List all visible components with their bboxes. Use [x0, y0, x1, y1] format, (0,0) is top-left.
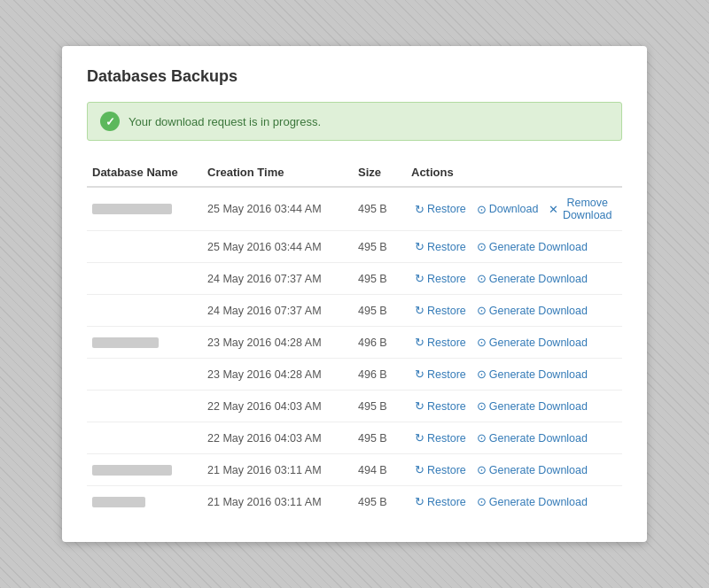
alert-banner: Your download request is in progress.: [87, 102, 622, 141]
page-title: Databases Backups: [87, 67, 622, 86]
size-cell: 495 B: [353, 263, 406, 295]
remove-icon: ✕: [549, 203, 558, 216]
creation-time-cell: 24 May 2016 07:37 AM: [202, 295, 353, 327]
download-icon: ⊙: [477, 203, 487, 216]
table-row: 24 May 2016 07:37 AM495 B↻ Restore⊙ Gene…: [87, 263, 622, 295]
col-header-creation-time: Creation Time: [202, 159, 353, 187]
restore-button[interactable]: ↻ Restore: [411, 238, 470, 255]
table-row: 22 May 2016 04:03 AM495 B↻ Restore⊙ Gene…: [87, 391, 622, 422]
size-cell: 495 B: [353, 391, 406, 422]
creation-time-cell: 24 May 2016 07:37 AM: [202, 263, 353, 295]
generate-icon: ⊙: [477, 431, 487, 445]
restore-icon: ↻: [415, 240, 425, 253]
db-name-redacted: [92, 337, 159, 348]
col-header-size: Size: [353, 159, 406, 187]
generate-download-button[interactable]: ⊙ Generate Download: [473, 334, 591, 351]
size-cell: 495 B: [353, 486, 406, 518]
creation-time-cell: 21 May 2016 03:11 AM: [202, 486, 353, 518]
generate-icon: ⊙: [477, 463, 487, 476]
generate-icon: ⊙: [477, 368, 487, 381]
db-name-cell: [87, 486, 202, 518]
generate-icon: ⊙: [477, 495, 487, 508]
backups-table: Database Name Creation Time Size Actions…: [87, 159, 622, 517]
db-name-cell: [87, 454, 202, 486]
generate-download-button[interactable]: ⊙ Generate Download: [473, 238, 591, 255]
size-cell: 496 B: [353, 327, 406, 359]
generate-download-button[interactable]: ⊙ Generate Download: [473, 398, 591, 414]
table-row: 21 May 2016 03:11 AM494 B↻ Restore⊙ Gene…: [87, 454, 622, 486]
download-button[interactable]: ⊙ Download: [473, 201, 542, 218]
alert-success-icon: [100, 112, 120, 131]
db-name-cell: [87, 391, 202, 422]
db-name-redacted: [92, 465, 172, 476]
actions-cell: ↻ Restore⊙ Generate Download: [406, 454, 622, 486]
alert-message: Your download request is in progress.: [129, 115, 321, 128]
generate-download-button[interactable]: ⊙ Generate Download: [473, 461, 591, 478]
generate-download-button[interactable]: ⊙ Generate Download: [473, 493, 591, 510]
table-row: 25 May 2016 03:44 AM495 B↻ Restore⊙ Gene…: [87, 231, 622, 263]
restore-button[interactable]: ↻ Restore: [411, 398, 470, 414]
restore-icon: ↻: [415, 463, 425, 476]
table-row: 22 May 2016 04:03 AM495 B↻ Restore⊙ Gene…: [87, 422, 622, 454]
actions-cell: ↻ Restore⊙ Generate Download: [406, 263, 622, 295]
db-name-redacted: [92, 204, 172, 214]
restore-icon: ↻: [415, 203, 425, 216]
size-cell: 495 B: [353, 187, 406, 231]
restore-button[interactable]: ↻ Restore: [411, 493, 470, 510]
creation-time-cell: 25 May 2016 03:44 AM: [202, 231, 353, 263]
col-header-actions: Actions: [406, 159, 622, 187]
actions-cell: ↻ Restore⊙ Generate Download: [406, 422, 622, 454]
restore-button[interactable]: ↻ Restore: [411, 201, 470, 218]
db-name-cell: [87, 231, 202, 263]
restore-button[interactable]: ↻ Restore: [411, 366, 470, 383]
restore-icon: ↻: [415, 336, 425, 349]
restore-icon: ↻: [415, 399, 425, 413]
table-row: 25 May 2016 03:44 AM495 B↻ Restore⊙ Down…: [87, 187, 622, 231]
db-name-redacted: [92, 497, 145, 507]
db-name-cell: [87, 263, 202, 295]
generate-download-button[interactable]: ⊙ Generate Download: [473, 429, 591, 446]
table-row: 23 May 2016 04:28 AM496 B↻ Restore⊙ Gene…: [87, 359, 622, 391]
creation-time-cell: 21 May 2016 03:11 AM: [202, 454, 353, 486]
creation-time-cell: 22 May 2016 04:03 AM: [202, 391, 353, 422]
actions-cell: ↻ Restore⊙ Generate Download: [406, 295, 622, 327]
generate-icon: ⊙: [477, 240, 487, 253]
db-name-cell: [87, 422, 202, 454]
restore-icon: ↻: [415, 272, 425, 285]
restore-icon: ↻: [415, 368, 425, 381]
creation-time-cell: 23 May 2016 04:28 AM: [202, 359, 353, 391]
restore-icon: ↻: [415, 431, 425, 445]
restore-button[interactable]: ↻ Restore: [411, 461, 470, 478]
actions-cell: ↻ Restore⊙ Download✕ Remove Download: [406, 187, 622, 231]
generate-download-button[interactable]: ⊙ Generate Download: [473, 302, 591, 319]
restore-button[interactable]: ↻ Restore: [411, 429, 470, 446]
creation-time-cell: 22 May 2016 04:03 AM: [202, 422, 353, 454]
db-name-cell: [87, 359, 202, 391]
restore-icon: ↻: [415, 495, 425, 508]
generate-icon: ⊙: [477, 304, 487, 317]
restore-button[interactable]: ↻ Restore: [411, 334, 470, 351]
size-cell: 495 B: [353, 295, 406, 327]
actions-cell: ↻ Restore⊙ Generate Download: [406, 359, 622, 391]
restore-button[interactable]: ↻ Restore: [411, 270, 470, 287]
databases-backups-card: Databases Backups Your download request …: [62, 46, 647, 542]
creation-time-cell: 25 May 2016 03:44 AM: [202, 187, 353, 231]
size-cell: 495 B: [353, 231, 406, 263]
db-name-cell: [87, 327, 202, 359]
db-name-cell: [87, 295, 202, 327]
col-header-db-name: Database Name: [87, 159, 202, 187]
restore-icon: ↻: [415, 304, 425, 317]
actions-cell: ↻ Restore⊙ Generate Download: [406, 327, 622, 359]
actions-cell: ↻ Restore⊙ Generate Download: [406, 391, 622, 422]
generate-download-button[interactable]: ⊙ Generate Download: [473, 366, 591, 383]
size-cell: 494 B: [353, 454, 406, 486]
size-cell: 496 B: [353, 359, 406, 391]
table-row: 21 May 2016 03:11 AM495 B↻ Restore⊙ Gene…: [87, 486, 622, 518]
table-row: 23 May 2016 04:28 AM496 B↻ Restore⊙ Gene…: [87, 327, 622, 359]
actions-cell: ↻ Restore⊙ Generate Download: [406, 486, 622, 518]
restore-button[interactable]: ↻ Restore: [411, 302, 470, 319]
generate-download-button[interactable]: ⊙ Generate Download: [473, 270, 591, 287]
remove-download-button[interactable]: ✕ Remove Download: [545, 195, 617, 223]
table-row: 24 May 2016 07:37 AM495 B↻ Restore⊙ Gene…: [87, 295, 622, 327]
actions-cell: ↻ Restore⊙ Generate Download: [406, 231, 622, 263]
